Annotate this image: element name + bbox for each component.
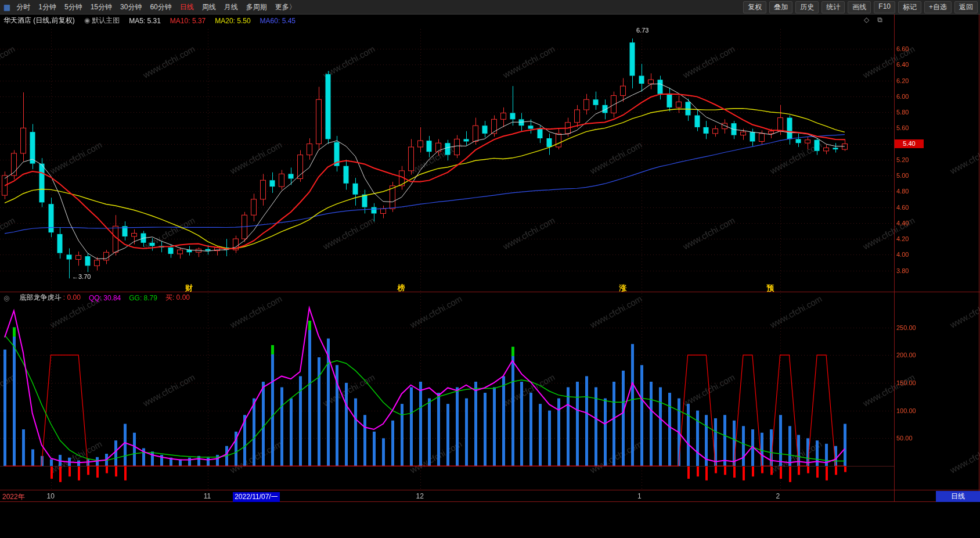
adjust-rights-button[interactable]: 复权 xyxy=(743,1,766,13)
indicator-buy-value: 买: 0.00 xyxy=(165,293,190,303)
ma10-value: MA10: 5.37 xyxy=(170,17,206,25)
timeline-label: 11 xyxy=(204,492,211,500)
window-icon[interactable]: ⧉ xyxy=(877,16,882,24)
chart-style-item[interactable]: ◉默认主图 xyxy=(84,16,120,26)
last-price-tag: 5.40 xyxy=(895,139,924,148)
period-tab[interactable]: 分时 xyxy=(16,2,30,12)
indicator-header: ◎ 底部龙争虎斗 : 0.00 QQ: 30.84 GG: 8.79 买: 0.… xyxy=(3,293,190,303)
chart-style-icon: ◉ xyxy=(84,16,90,24)
toolbar-right-group: 复权 叠加 历史 统计 画线 F10 标记 +自选 返回 xyxy=(743,1,978,13)
indicator-tick-label: 200.00 xyxy=(896,352,916,358)
right-frame-line xyxy=(979,15,979,501)
indicator-name[interactable]: 底部龙争虎斗 xyxy=(19,293,61,302)
period-tab[interactable]: 60分钟 xyxy=(150,2,171,12)
indicator-separator: : xyxy=(63,293,65,302)
mark-button[interactable]: 标记 xyxy=(898,1,921,13)
timeline-label: 2022年 xyxy=(2,492,25,502)
history-button[interactable]: 历史 xyxy=(795,1,819,13)
period-tab[interactable]: 多周期 xyxy=(246,2,267,12)
timeline-label: 12 xyxy=(416,492,424,500)
f10-button[interactable]: F10 xyxy=(874,1,895,13)
statistics-button[interactable]: 统计 xyxy=(822,1,845,13)
back-button[interactable]: 返回 xyxy=(954,1,978,13)
period-tab[interactable]: 30分钟 xyxy=(120,2,142,12)
axis-separator-line xyxy=(894,15,895,501)
indicator-tick-label: 250.00 xyxy=(896,324,916,331)
period-tab[interactable]: 月线 xyxy=(224,2,238,12)
chart-style-label: 默认主图 xyxy=(92,16,120,24)
indicator-tick-label: 150.00 xyxy=(896,379,916,386)
indicator-bottom-border xyxy=(0,490,980,490)
panel-separator[interactable] xyxy=(0,292,980,292)
period-badge[interactable]: 日线 xyxy=(936,491,980,502)
timeline-bar[interactable]: 2022年10112022/11/07/一1212 xyxy=(0,491,980,502)
main-chart-header: 华天酒店 (日线,前复权) ◉默认主图 MA5: 5.31 MA10: 5.37… xyxy=(3,16,296,26)
diamond-icon[interactable]: ◇ xyxy=(864,16,869,24)
ma5-value: MA5: 5.31 xyxy=(129,17,161,25)
trading-app-window: ▦ 分时 1分钟 5分钟 15分钟 30分钟 60分钟 日线 周线 月线 多周期… xyxy=(0,0,980,538)
chart-canvas[interactable] xyxy=(0,0,980,538)
timeline-label: 2 xyxy=(776,492,780,500)
overlay-button[interactable]: 叠加 xyxy=(769,1,792,13)
more-periods-menu[interactable]: 更多〉 xyxy=(275,2,296,12)
stock-title: 华天酒店 (日线,前复权) xyxy=(3,16,75,26)
period-tab[interactable]: 周线 xyxy=(202,2,216,12)
app-icon[interactable]: ▦ xyxy=(3,3,10,12)
indicator-gg-value: GG: 8.79 xyxy=(129,294,157,302)
top-toolbar: ▦ 分时 1分钟 5分钟 15分钟 30分钟 60分钟 日线 周线 月线 多周期… xyxy=(0,0,980,15)
period-tab[interactable]: 1分钟 xyxy=(38,2,56,12)
period-tab[interactable]: 5分钟 xyxy=(64,2,82,12)
ma20-value: MA20: 5.50 xyxy=(215,17,250,25)
chart-corner-icons: ◇ ⧉ xyxy=(864,16,882,24)
ma60-value: MA60: 5.45 xyxy=(260,17,296,25)
timeline-selected-date: 2022/11/07/一 xyxy=(233,492,280,502)
indicator-axis[interactable]: 250.00200.00150.00100.0050.00 xyxy=(896,0,931,538)
timeline-label: 1 xyxy=(637,492,642,500)
indicator-value: 0.00 xyxy=(67,293,81,302)
high-price-annotation: 6.73 xyxy=(636,27,648,34)
period-tab-daily[interactable]: 日线 xyxy=(180,2,194,12)
period-tab[interactable]: 15分钟 xyxy=(91,2,112,12)
timeline-label: 10 xyxy=(47,492,55,500)
indicator-tick-label: 50.00 xyxy=(896,435,913,442)
low-price-annotation: ←3.70 xyxy=(72,273,91,280)
collapse-indicator-icon[interactable]: ◎ xyxy=(3,294,9,302)
draw-line-button[interactable]: 画线 xyxy=(848,1,871,13)
indicator-qq-value: QQ: 30.84 xyxy=(89,294,121,302)
add-watchlist-button[interactable]: +自选 xyxy=(924,1,952,13)
indicator-tick-label: 100.00 xyxy=(896,407,916,414)
